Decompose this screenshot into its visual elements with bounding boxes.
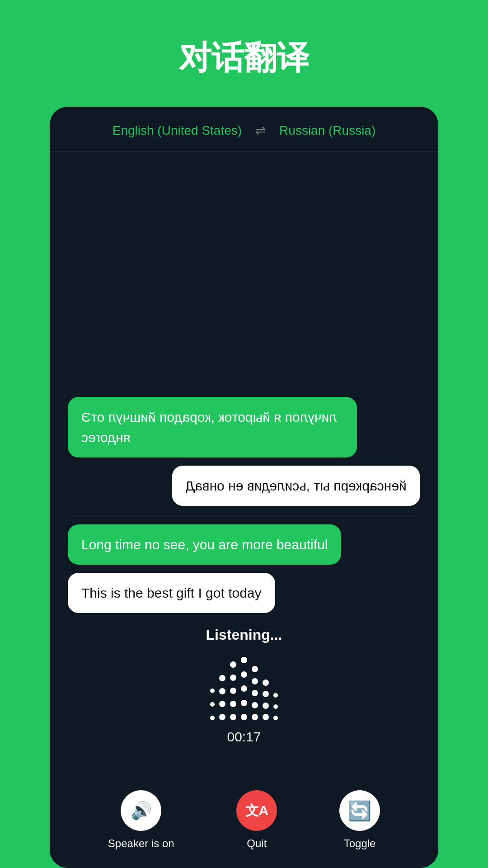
wave-dot [230,688,236,694]
wave-dot [263,679,269,686]
wave-dot [252,714,258,720]
wave-dot [219,675,225,681]
toggle-control[interactable]: 🔄 Toggle [339,790,380,850]
swap-icon[interactable]: ⇌ [255,123,266,138]
section-divider [68,515,420,515]
waveform [210,657,278,720]
wave-dot [263,691,269,697]
chat-area: Это лучший подарок, который я получил се… [50,152,438,781]
translate-icon: 文A [245,802,269,820]
wave-dot [230,701,236,707]
speaker-icon: 🔊 [131,801,152,821]
listening-label: Listening... [206,627,282,643]
speaker-label: Speaker is on [108,837,174,850]
wave-dot [241,657,247,663]
speaker-control[interactable]: 🔊 Speaker is on [108,790,174,850]
speaker-button[interactable]: 🔊 [121,790,161,831]
wave-dot [219,688,225,694]
wave-dot [252,702,258,708]
wave-dot [241,671,247,678]
right-language[interactable]: Russian (Russia) [279,123,375,138]
flipped-message-1: Это лучший подарок, который я получил се… [68,397,357,458]
wave-dot [210,702,215,707]
wave-dot [210,716,215,720]
wave-dot [273,704,278,709]
wave-dot [273,716,278,720]
quit-button[interactable]: 文A [236,790,277,831]
upper-section: Это лучший подарок, который я получил се… [68,165,420,515]
wave-dot [252,678,258,684]
language-bar: English (United States) ⇌ Russian (Russi… [50,107,438,152]
main-card: English (United States) ⇌ Russian (Russi… [50,107,438,868]
listening-section: Listening... [68,622,420,767]
lower-section: Long time no see, you are more beautiful… [68,524,420,622]
message-green: Long time no see, you are more beautiful [68,524,341,565]
flipped-message-2: Давно не виделись, ты прекрасней [172,466,420,506]
quit-control[interactable]: 文A Quit [236,790,277,850]
message-white: This is the best gift I got today [68,573,275,613]
flipped-messages: Это лучший подарок, который я получил се… [68,397,420,506]
wave-dot [241,685,247,692]
toggle-button[interactable]: 🔄 [339,790,380,831]
wave-dot [252,666,258,672]
wave-dot [230,714,236,720]
wave-dot [263,714,269,720]
wave-dot [230,661,236,668]
quit-label: Quit [247,837,267,850]
app-title: 对话翻译 [179,36,309,80]
wave-dot [263,703,269,709]
wave-dot [252,690,258,696]
toggle-label: Toggle [344,837,376,850]
bottom-controls: 🔊 Speaker is on 文A Quit 🔄 Toggle [50,781,438,868]
wave-dot [241,700,247,706]
wave-dot [210,689,215,693]
wave-dot [241,714,247,720]
toggle-icon: 🔄 [348,800,371,822]
wave-dot [219,701,225,707]
left-language[interactable]: English (United States) [113,123,242,138]
wave-dot [273,693,278,698]
timer: 00:17 [227,729,261,745]
wave-dot [219,714,225,720]
wave-dot [230,675,236,681]
